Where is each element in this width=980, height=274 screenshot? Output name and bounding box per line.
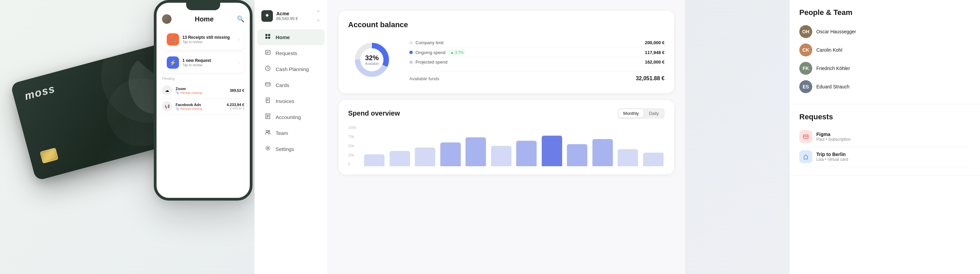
zoom-amount: 389,52 € — [230, 89, 244, 92]
svg-rect-6 — [266, 82, 270, 86]
brand-info: Acme 86,540.99 € — [261, 10, 298, 22]
main-content: Account balance 32% Available — [328, 0, 685, 274]
bar-group-8 — [566, 125, 589, 166]
fbads-amount: 4.233,94 € 4.999,99 $ — [227, 103, 244, 110]
svg-rect-10 — [803, 135, 808, 138]
request-subtitle: Tap to review — [182, 63, 238, 67]
receipts-title: 13 Receipts still missing — [182, 35, 238, 40]
spend-header: Spend overview Monthly Daily — [348, 108, 665, 119]
cards-label: Cards — [275, 82, 289, 88]
receipts-chevron: › — [238, 37, 240, 42]
legend-left-limit: Company limit — [409, 40, 443, 45]
bar-group-6 — [515, 125, 538, 166]
name-friedrich: Friedrich Köhler — [816, 66, 850, 71]
balance-footer: Available funds 32,051.88 € — [409, 71, 665, 82]
y-label-50k: 50k — [348, 144, 356, 148]
receipts-icon: 📎 — [167, 33, 179, 46]
legend-projected: Projected spend 162,000 € — [409, 57, 665, 67]
balance-footer-label: Available funds — [409, 76, 439, 81]
bar-group-0 — [363, 125, 386, 166]
phone-mockup: Home 🔍 📎 13 Receipts still missing Tap t… — [154, 0, 253, 201]
account-balance-card: Account balance 32% Available — [339, 11, 674, 93]
toggle-monthly[interactable]: Monthly — [619, 109, 644, 118]
svg-point-8 — [269, 131, 270, 132]
chart-y-labels: 100k 75k 50k 25k 0 — [348, 125, 356, 166]
transaction-fbads[interactable]: 📢 Facebook Ads 📎 Receipt missing 4.233,9… — [162, 98, 244, 114]
bar-group-1 — [388, 125, 411, 166]
person-friedrich[interactable]: FK Friedrich Köhler — [799, 59, 970, 78]
people-list: OH Oscar Haussegger CK Carolin Kohl FK F… — [799, 22, 970, 96]
balance-footer-value: 32,051.88 € — [636, 76, 665, 82]
sidebar-item-accounting[interactable]: Accounting — [257, 109, 325, 125]
sidebar-item-invoices[interactable]: Invoices — [257, 93, 325, 109]
figma-info: Figma Paul • Subscription — [816, 131, 970, 142]
svg-point-9 — [267, 147, 269, 149]
svg-rect-0 — [266, 34, 267, 36]
accounting-icon — [264, 113, 272, 121]
request-chevron: › — [238, 60, 240, 65]
svg-rect-4 — [266, 50, 270, 54]
avatar-carolin: CK — [799, 44, 812, 56]
brand-name: Acme — [276, 11, 298, 16]
bar-2 — [415, 147, 435, 166]
request-alert[interactable]: ⚡ 1 new Request Tap to review › — [162, 52, 244, 73]
berlin-sub: Lisa • Virtual card — [816, 157, 970, 162]
home-label: Home — [275, 34, 290, 40]
svg-rect-1 — [268, 34, 270, 36]
person-oscar[interactable]: OH Oscar Haussegger — [799, 22, 970, 41]
requests-list: Figma Paul • Subscription Trip to Berlin… — [799, 127, 970, 167]
legend-value-limit: 200,000 € — [645, 40, 665, 45]
fbads-name: Facebook Ads — [176, 103, 227, 107]
svg-rect-3 — [268, 37, 270, 39]
figma-name: Figma — [816, 131, 970, 137]
cards-icon — [264, 81, 272, 89]
fbads-icon: 📢 — [162, 101, 172, 111]
sidebar-item-cash-planning[interactable]: Cash Planning — [257, 61, 325, 77]
bar-3 — [440, 143, 461, 166]
legend-name-ongoing: Ongoing spend — [415, 50, 445, 55]
bar-group-4 — [465, 125, 487, 166]
person-carolin[interactable]: CK Carolin Kohl — [799, 41, 970, 59]
svg-rect-2 — [266, 37, 267, 39]
card-chip — [40, 147, 59, 163]
main-container: moss Home 🔍 — [0, 0, 980, 274]
sidebar-item-requests[interactable]: Requests — [257, 45, 325, 61]
legend-value-projected: 162,000 € — [645, 60, 665, 65]
avatar-oscar: OH — [799, 25, 812, 38]
legend-dot-limit — [409, 41, 413, 44]
request-figma[interactable]: Figma Paul • Subscription — [799, 127, 970, 147]
figma-sub: Paul • Subscription — [816, 137, 970, 142]
receipts-subtitle: Tap to review — [182, 40, 238, 44]
berlin-name: Trip to Berlin — [816, 152, 970, 157]
person-eduard[interactable]: ES Eduard Strauch — [799, 78, 970, 96]
bar-group-3 — [439, 125, 462, 166]
bar-group-9 — [592, 125, 614, 166]
sidebar-item-team[interactable]: Team — [257, 125, 325, 141]
receipts-alert[interactable]: 📎 13 Receipts still missing Tap to revie… — [162, 29, 244, 50]
bar-chart — [363, 125, 665, 166]
spend-title: Spend overview — [348, 109, 400, 117]
phone-search-icon[interactable]: 🔍 — [237, 15, 244, 23]
name-eduard: Eduard Strauch — [816, 84, 850, 89]
legend-dot-ongoing — [409, 51, 413, 54]
receipts-text: 13 Receipts still missing Tap to review — [182, 35, 238, 44]
sidebar-item-home[interactable]: Home — [257, 29, 325, 45]
avatar-friedrich: FK — [799, 62, 812, 75]
brand-text: Acme 86,540.99 € — [276, 11, 298, 21]
transaction-zoom[interactable]: ☁ Zoom 📎 Receipt missing 389,52 € — [162, 82, 244, 98]
legend-badge-ongoing: ▲ 3.7% — [448, 50, 466, 55]
request-berlin[interactable]: Trip to Berlin Lisa • Virtual card — [799, 147, 970, 167]
card-logo: moss — [23, 82, 56, 102]
y-label-25k: 25k — [348, 153, 356, 157]
sidebar-item-settings[interactable]: Settings — [257, 141, 325, 157]
bar-group-11 — [642, 125, 665, 166]
bar-group-5 — [490, 125, 512, 166]
legend-name-projected: Projected spend — [415, 60, 447, 65]
zoom-tag: 📎 Receipt missing — [176, 91, 230, 95]
sidebar-item-cards[interactable]: Cards — [257, 77, 325, 93]
toggle-daily[interactable]: Daily — [644, 109, 663, 118]
spend-toggle: Monthly Daily — [617, 108, 665, 119]
fbads-info: Facebook Ads 📎 Receipt missing — [176, 103, 227, 111]
sidebar-brand[interactable]: Acme 86,540.99 € ⌃⌄ — [255, 7, 327, 29]
svg-point-7 — [266, 130, 268, 132]
